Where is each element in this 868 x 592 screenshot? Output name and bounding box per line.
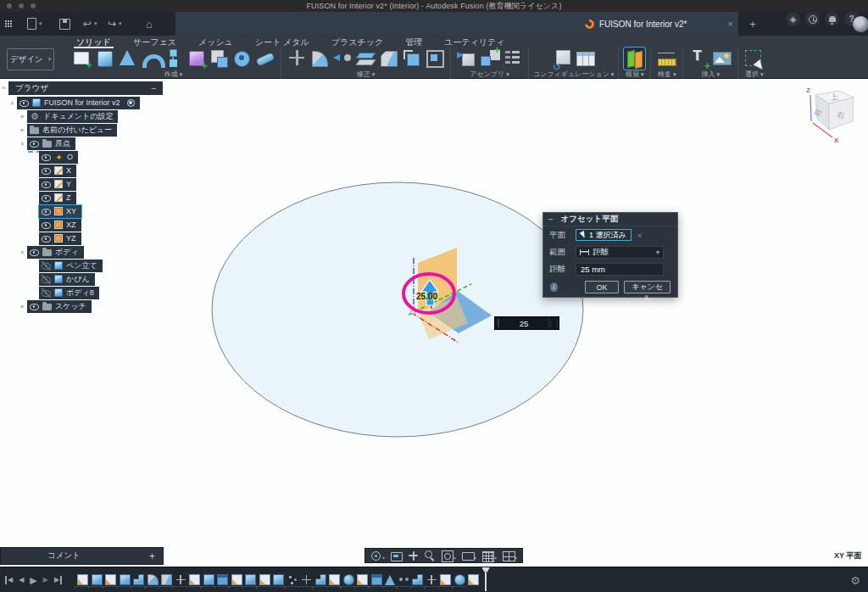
timeline-feature-icon[interactable]: [120, 574, 131, 585]
collapse-dialog-icon[interactable]: −: [548, 215, 554, 224]
timeline-feature-icon[interactable]: [315, 574, 326, 585]
expand-arrow-icon[interactable]: [7, 99, 17, 107]
timeline-feature-icon[interactable]: [217, 574, 228, 585]
notifications-icon[interactable]: [825, 12, 839, 26]
configure-icon[interactable]: [552, 47, 573, 70]
zoom-tool-icon[interactable]: [425, 550, 436, 561]
timeline-feature-icon[interactable]: [343, 574, 354, 585]
visibility-eye-icon[interactable]: [42, 221, 51, 230]
ribbon-group-label[interactable]: コンフィギュレーション: [533, 70, 614, 79]
timeline-feature-icon[interactable]: [203, 574, 214, 585]
visibility-eye-icon[interactable]: [42, 180, 51, 189]
ribbon-group-label[interactable]: 修正: [357, 70, 375, 79]
minimize-icon[interactable]: −: [151, 84, 156, 93]
browser-row[interactable]: 原点: [0, 137, 140, 150]
browser-row[interactable]: Z: [0, 191, 140, 204]
timeline-feature-icon[interactable]: [454, 574, 465, 585]
browser-row[interactable]: Y: [0, 177, 140, 191]
timeline-feature-icon[interactable]: [468, 574, 479, 585]
home-icon[interactable]: [146, 12, 153, 36]
expand-arrow-icon[interactable]: [17, 126, 27, 134]
browser-row[interactable]: O: [0, 150, 140, 164]
visibility-eye-icon[interactable]: [42, 275, 51, 284]
document-tab[interactable]: FUISON for Interior v2* ×: [175, 12, 738, 36]
extensions-icon[interactable]: [786, 12, 800, 26]
user-avatar[interactable]: [853, 16, 868, 32]
ribbon-tab[interactable]: シート メタル: [255, 37, 309, 47]
timeline-feature-icon[interactable]: [357, 574, 368, 585]
timeline-feature-icon[interactable]: [105, 574, 116, 585]
expand-arrow-icon[interactable]: [17, 303, 27, 310]
press-pull-icon[interactable]: [287, 47, 308, 70]
hole-icon[interactable]: [231, 47, 253, 70]
browser-row[interactable]: ボディ: [0, 245, 140, 259]
grid-settings-icon[interactable]: [482, 550, 493, 561]
browser-node[interactable]: YZ: [39, 232, 81, 245]
browser-row[interactable]: XY: [0, 204, 140, 218]
primitive-box-icon[interactable]: [209, 47, 230, 70]
plane-selection-chip[interactable]: 1 選択済み: [576, 229, 632, 241]
timeline-go-start-button[interactable]: [5, 576, 13, 584]
pipe-icon[interactable]: [254, 47, 275, 70]
create-sketch-icon[interactable]: [71, 47, 92, 70]
comments-bar[interactable]: コメント +: [0, 547, 164, 565]
visibility-eye-icon[interactable]: [30, 248, 39, 257]
timeline-feature-icon[interactable]: [92, 574, 103, 585]
viewcube[interactable]: 上 前 右 Z X: [795, 83, 867, 147]
ribbon-group-label[interactable]: 選択: [745, 70, 763, 79]
timeline-feature-icon[interactable]: [259, 574, 270, 585]
visibility-eye-icon[interactable]: [42, 288, 51, 298]
visibility-eye-icon[interactable]: [42, 153, 51, 162]
browser-row[interactable]: 名前の付いたビュー: [0, 123, 140, 137]
browser-node[interactable]: スケッチ: [27, 300, 92, 313]
browser-row[interactable]: XZ: [0, 218, 140, 232]
browser-node[interactable]: ボディ: [27, 246, 84, 259]
extrude-icon[interactable]: [94, 47, 115, 70]
browser-row[interactable]: YZ: [0, 232, 140, 245]
component-list-icon[interactable]: [502, 47, 523, 70]
look-at-icon[interactable]: [391, 550, 402, 561]
expand-arrow-icon[interactable]: [17, 140, 27, 148]
ribbon-tab[interactable]: メッシュ: [198, 37, 233, 47]
browser-row[interactable]: ペン立て: [0, 259, 140, 272]
add-comment-button[interactable]: +: [149, 550, 155, 562]
visibility-eye-icon[interactable]: [42, 207, 51, 216]
app-launcher-icon[interactable]: [5, 12, 7, 36]
job-status-icon[interactable]: [805, 12, 820, 26]
ribbon-group-label[interactable]: 作成: [164, 70, 182, 79]
pan-tool-icon[interactable]: [408, 550, 419, 561]
fillet-icon[interactable]: [309, 47, 331, 70]
browser-node[interactable]: Y: [39, 178, 76, 191]
browser-node[interactable]: XZ: [39, 219, 81, 232]
dropdown-caret-icon[interactable]: [381, 548, 385, 563]
browser-node[interactable]: かびん: [39, 273, 95, 286]
browser-node[interactable]: ペン立て: [39, 260, 103, 272]
browser-node[interactable]: Z: [39, 192, 76, 204]
ribbon-group-label[interactable]: 検査: [658, 70, 676, 79]
revolve-icon[interactable]: [117, 47, 138, 70]
ribbon-tab[interactable]: プラスチック: [331, 37, 383, 47]
timeline-step-back-button[interactable]: [19, 576, 24, 584]
timeline-feature-icon[interactable]: [133, 574, 144, 585]
timeline-feature-icon[interactable]: [385, 575, 395, 585]
chamfer-icon[interactable]: [378, 47, 399, 70]
fit-view-icon[interactable]: [442, 550, 453, 561]
sketch-circle[interactable]: [212, 182, 583, 437]
inline-distance-input[interactable]: 25 ⋮⋮: [494, 316, 559, 330]
macos-window-buttons[interactable]: [7, 3, 36, 8]
viewports-icon[interactable]: [503, 550, 514, 561]
browser-row[interactable]: X: [0, 164, 140, 177]
visibility-eye-icon[interactable]: [42, 261, 51, 271]
offset-face-icon[interactable]: [332, 47, 353, 70]
save-icon[interactable]: [59, 12, 70, 36]
select-icon[interactable]: [743, 47, 765, 70]
timeline-playhead[interactable]: [481, 567, 490, 591]
combine-icon[interactable]: [401, 47, 422, 70]
browser-node[interactable]: X: [39, 165, 76, 177]
info-icon[interactable]: i: [550, 282, 558, 292]
visibility-eye-icon[interactable]: [42, 193, 51, 203]
configuration-table-icon[interactable]: [575, 47, 596, 70]
cancel-button[interactable]: キャンセル: [624, 281, 670, 293]
timeline-feature-icon[interactable]: [440, 574, 451, 585]
display-settings-icon[interactable]: [462, 550, 473, 561]
